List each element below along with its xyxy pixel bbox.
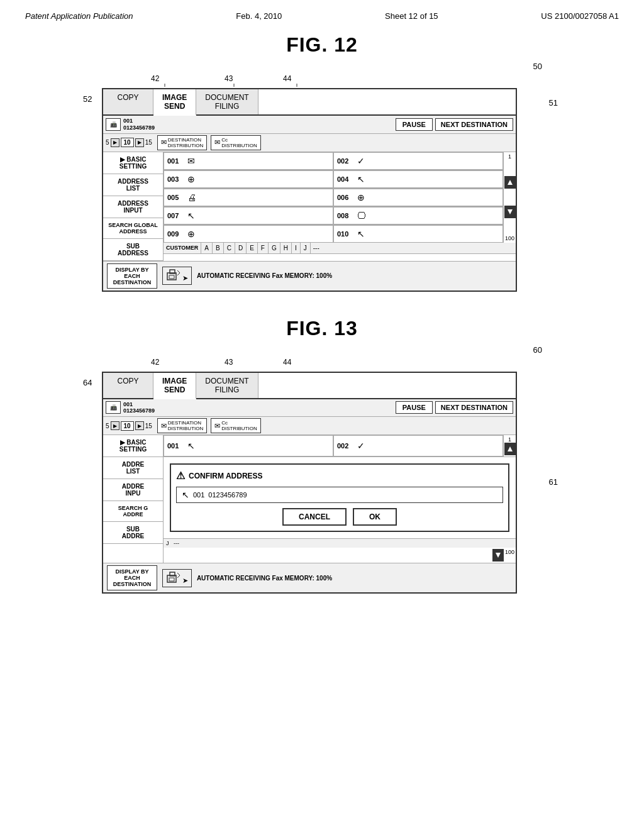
fig12-scroll-down-btn[interactable] [504,206,516,218]
fig13-alpha-partial: J --- [164,538,516,548]
svg-line-9 [177,273,180,275]
fig13-tab-image-send[interactable]: IMAGESEND [153,373,196,399]
fig12-label-50: 50 [533,62,542,71]
fig12-scroll-top: 1 [508,153,511,160]
tab-document-filing[interactable]: DOCUMENTFILING [196,89,258,114]
fig12-pause-button[interactable]: PAUSE [396,118,433,131]
fig12-cell-004[interactable]: 004 ↖ [333,170,503,188]
fig12-counter-box: 5 ▶ 10 ▶ 15 [106,138,152,147]
fig12-dist-btn-1[interactable]: ✉ DESTINATIONDISTRIBUTION [157,135,207,150]
tab-copy[interactable]: COPY [103,89,153,114]
fig13-arrow-btn-1[interactable]: ▶ [111,421,119,430]
fig13-confirm-addr-num: 001 [193,491,204,499]
fig13-cell-001[interactable]: 001 ↖ [164,435,333,456]
fig12-alpha-j[interactable]: J [301,243,311,253]
svg-marker-11 [496,553,501,558]
fig12-addr-grid: 001 ✉ 002 ✓ [164,152,503,243]
fig13-cancel-button[interactable]: CANCEL [282,508,347,526]
fig12-right-content: 001 ✉ 002 ✓ [164,152,516,261]
svg-line-15 [177,573,180,575]
fig13-auto-recv-text: AUTOMATIC RECEIVING Fax MEMORY: 100% [197,575,332,582]
fig12-grid-row-4: 007 ↖ 008 🖵 [164,207,503,225]
fig13-cell-002[interactable]: 002 ✓ [333,435,503,456]
fig12-sidebar-sub-address[interactable]: SUBADDRESS [103,239,163,261]
publication-label: Patent Application Publication [25,11,133,21]
fig12-display-dest-btn[interactable]: DISPLAY BY EACHDESTINATION [107,263,157,289]
fig13-sidebar-search-global[interactable]: SEARCH GADDRE [103,501,163,522]
fig12-sidebar-basic-setting[interactable]: ▶ BASICSETTING [103,152,163,174]
fig13-sidebar-address-list[interactable]: ADDRELIST [103,457,163,479]
fig12-arrow-btn-2[interactable]: ▶ [135,138,144,147]
svg-line-16 [177,575,180,578]
fig12-scroll-bottom: 100 [505,235,514,241]
fig12-sidebar-address-list[interactable]: ADDRESSLIST [103,174,163,196]
fig13-pause-button[interactable]: PAUSE [396,401,433,414]
fig13-sidebar-sub-address[interactable]: SUBADDRE [103,522,163,544]
fig12-cell-010[interactable]: 010 ↖ [333,225,503,243]
fig12-alpha-g[interactable]: G [269,243,280,253]
fig12-sidebar-address-input[interactable]: ADDRESSINPUT [103,196,163,218]
fig13-title: FIG. 13 [286,317,358,340]
fig12-cell-007[interactable]: 007 ↖ [164,207,333,224]
fig13-sidebar-address-input[interactable]: ADDREINPU [103,479,163,501]
fig12-grid-wrap: 001 ✉ 002 ✓ [164,152,516,243]
fig13-arrow-btn-2[interactable]: ▶ [135,421,144,430]
fig12-alpha-i[interactable]: I [292,243,301,253]
fig12-grid-row-5: 009 ⊕ 010 ↖ [164,225,503,243]
fig13-label-60: 60 [533,345,542,355]
fig13-label-44: 44 [283,358,291,367]
fig12-fax-icon[interactable]: ➤ [162,267,192,285]
fig12-cell-008[interactable]: 008 🖵 [333,207,503,224]
fig12-scroll-up-btn[interactable] [504,176,516,189]
fig12-addr-icon: 📠 [106,118,121,131]
fig13-display-dest-btn[interactable]: DISPLAY BY EACHDESTINATION [107,565,157,590]
fig12-grid-row-3: 005 🖨 006 ⊕ [164,189,503,207]
fig12-cell-005[interactable]: 005 🖨 [164,189,333,206]
fig12-cell-003[interactable]: 003 ⊕ [164,170,333,188]
fig13-scroll-top-area: 1 [503,435,516,456]
fig13-bottom-row: DISPLAY BY EACHDESTINATION ➤ AUTOMATIC R… [103,563,516,592]
fig12-alpha-c[interactable]: C [224,243,235,253]
fig12-grid-row-2: 003 ⊕ 004 ↖ [164,170,503,189]
fig12-label-43: 43 [225,74,233,83]
fig12-dist-btn-2[interactable]: ✉ CcDISTRIBUTION [211,135,260,150]
fig12-alpha-d[interactable]: D [235,243,247,253]
fig13-addr-row: 📠 001 0123456789 PAUSE NEXT DESTINATION [103,399,516,418]
fig12-ui-panel: COPY IMAGESEND DOCUMENTFILING 📠 [102,88,517,292]
fig12-alpha-e[interactable]: E [247,243,258,253]
fig13-tab-copy[interactable]: COPY [103,373,153,398]
warning-icon: ⚠ [176,470,185,482]
fig12-grid-row-1: 001 ✉ 002 ✓ [164,152,503,170]
fig13-scroll-down-btn[interactable] [492,549,504,562]
fig13-tab-document-filing[interactable]: DOCUMENTFILING [196,373,258,398]
fig13-confirm-dialog: ⚠ CONFIRM ADDRESS ↖ 001 0123456789 CANCE… [170,463,509,532]
fig13-dist-btn-1[interactable]: ✉ DESTINATIONDISTRIBUTION [157,418,207,433]
fig12-arrow-btn-1[interactable]: ▶ [111,138,119,147]
fig12-next-dest-button[interactable]: NEXT DESTINATION [435,118,513,131]
fig13-ok-button[interactable]: OK [353,508,397,526]
date-label: Feb. 4, 2010 [236,11,282,21]
fig12-cell-001[interactable]: 001 ✉ [164,152,333,170]
fig13-scroll-up-btn[interactable] [504,443,516,455]
fig12-label-51: 51 [549,98,558,108]
fig13-fax-icon[interactable]: ➤ [162,569,192,587]
fig12-alpha-b[interactable]: B [213,243,224,253]
fig12-scrollbar: 1 100 [503,152,516,243]
fig13-tab-bar: COPY IMAGESEND DOCUMENTFILING [103,373,516,399]
up-arrow-icon [507,179,513,185]
fig13-label-64: 64 [83,378,92,387]
fig13-next-dest-button[interactable]: NEXT DESTINATION [435,401,513,414]
fig12-sidebar-search-global[interactable]: SEARCH GLOBALADDRESS [103,218,163,239]
fig13-sidebar-basic-setting[interactable]: ▶ BASICSETTING [103,435,163,457]
fig13-label-61: 61 [549,477,558,487]
fig12-label-42: 42 [151,74,159,83]
fig12-cell-006[interactable]: 006 ⊕ [333,189,503,206]
up-arrow-icon-2 [507,446,513,452]
fig12-alpha-f[interactable]: F [258,243,269,253]
fig12-alpha-h[interactable]: H [280,243,292,253]
fig12-cell-009[interactable]: 009 ⊕ [164,225,333,243]
tab-image-send[interactable]: IMAGESEND [153,89,196,116]
fig12-cell-002[interactable]: 002 ✓ [333,152,503,170]
fig13-dist-btn-2[interactable]: ✉ CcDISTRIBUTION [211,418,260,433]
fig12-alpha-a[interactable]: A [201,243,213,253]
